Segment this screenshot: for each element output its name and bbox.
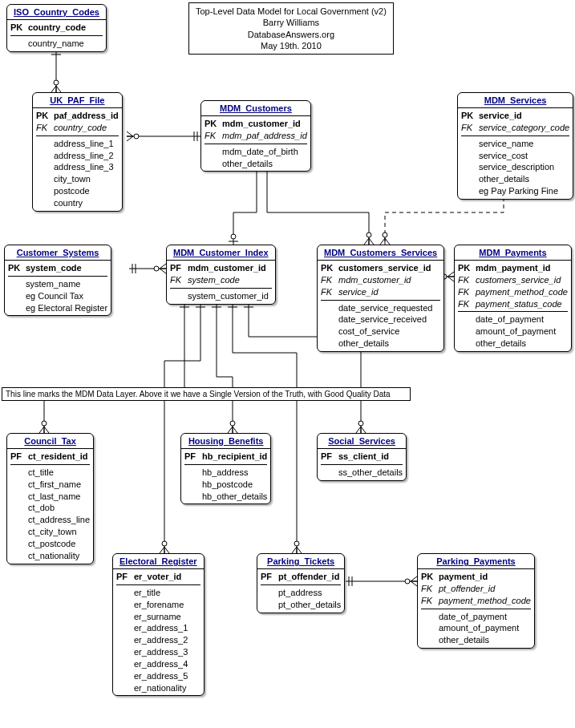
entity-title: ISO_Country_Codes — [7, 5, 106, 20]
entity-sys: Customer_SystemsPKsystem_codesystem_name… — [4, 245, 111, 316]
attribute: er_title — [116, 587, 200, 599]
attribute: other_details — [421, 634, 531, 646]
attribute: er_address_3 — [116, 646, 200, 658]
attribute: er_nationality — [116, 682, 200, 694]
attribute: PKpayment_id — [421, 571, 531, 583]
attribute: amount_of_payment — [421, 622, 531, 634]
attribute: other_details — [458, 338, 568, 350]
entity-title: MDM_Customer_Index — [167, 245, 275, 261]
attribute: country_name — [10, 38, 103, 50]
attribute: FKpayment_method_code — [458, 286, 568, 298]
attribute: eg Council Tax — [8, 290, 107, 302]
attribute: address_line_2 — [36, 150, 119, 162]
attribute: PFpt_offender_id — [261, 571, 341, 583]
attribute: ss_other_details — [321, 467, 403, 479]
attribute: postcode — [36, 185, 119, 197]
attribute: ct_last_name — [10, 491, 90, 503]
attribute: ct_postcode — [10, 538, 90, 550]
attribute: other_details — [204, 158, 307, 170]
attribute: ct_title — [10, 467, 90, 479]
attribute: FKcountry_code — [36, 122, 119, 134]
entity-title: MDM_Payments — [455, 245, 571, 261]
attribute: eg Pay Parking Fine — [461, 185, 569, 197]
attribute: system_name — [8, 278, 107, 290]
attribute: er_address_1 — [116, 622, 200, 634]
attribute: FKservice_category_code — [461, 122, 569, 134]
attribute: service_description — [461, 161, 569, 173]
entity-ss: Social_ServicesPFss_client_idss_other_de… — [317, 433, 407, 481]
attribute: hb_address — [184, 467, 267, 479]
attribute: pt_other_details — [261, 599, 341, 611]
attribute: PKpaf_address_id — [36, 110, 119, 122]
entity-title: Council_Tax — [7, 434, 93, 449]
entity-ct: Council_TaxPFct_resident_idct_titlect_fi… — [6, 433, 94, 564]
entity-title: Parking_Tickets — [257, 554, 344, 569]
mdm-layer-note: This line marks the MDM Data Layer. Abov… — [2, 387, 411, 401]
attribute: PFhb_recipient_id — [184, 451, 267, 463]
entity-paf: UK_PAF_FilePKpaf_address_idFKcountry_cod… — [32, 92, 123, 212]
attribute: PKcustomers_service_id — [321, 262, 440, 274]
attribute: er_surname — [116, 611, 200, 623]
attribute: service_cost — [461, 150, 569, 162]
attribute: FKmdm_customer_id — [321, 274, 440, 286]
attribute: address_line_1 — [36, 138, 119, 150]
entity-title: MDM_Services — [458, 93, 573, 108]
attribute: PKcountry_code — [10, 22, 103, 34]
attribute: country — [36, 197, 119, 209]
attribute: FKpt_offender_id — [421, 583, 531, 595]
attribute: PKmdm_customer_id — [204, 118, 307, 130]
attribute: er_address_2 — [116, 634, 200, 646]
entity-pay: MDM_PaymentsPKmdm_payment_idFKcustomers_… — [454, 245, 572, 352]
attribute: PKmdm_payment_id — [458, 262, 568, 274]
attribute: mdm_date_of_birth — [204, 146, 307, 158]
entity-idx: MDM_Customer_IndexPFmdm_customer_idFKsys… — [166, 245, 276, 305]
entity-title: MDM_Customers — [201, 101, 310, 116]
attribute: PFss_client_id — [321, 451, 403, 463]
attribute: pt_address — [261, 587, 341, 599]
attribute: ct_first_name — [10, 479, 90, 491]
entity-title: Electoral_Register — [113, 554, 204, 569]
attribute: city_town — [36, 173, 119, 185]
attribute: ct_address_line — [10, 514, 90, 526]
attribute: FKpayment_status_code — [458, 298, 568, 310]
attribute: other_details — [461, 173, 569, 185]
entity-title: Customer_Systems — [5, 245, 111, 261]
attribute: date_service_requested — [321, 302, 440, 314]
attribute: er_forename — [116, 599, 200, 611]
attribute: PFmdm_customer_id — [170, 262, 272, 274]
entity-cust: MDM_CustomersPKmdm_customer_idFKmdm_paf_… — [200, 100, 311, 172]
entity-title: Social_Services — [318, 434, 406, 449]
attribute: FKservice_id — [321, 286, 440, 298]
attribute: amount_of_payment — [458, 326, 568, 338]
attribute: hb_postcode — [184, 479, 267, 491]
entity-iso: ISO_Country_CodesPKcountry_codecountry_n… — [6, 4, 107, 52]
diagram-title: Top-Level Data Model for Local Governmen… — [188, 2, 394, 55]
attribute: system_customer_id — [170, 290, 272, 302]
attribute: date_of_payment — [458, 313, 568, 326]
attribute: other_details — [321, 338, 440, 350]
attribute: hb_other_details — [184, 491, 267, 503]
entity-hb: Housing_BenefitsPFhb_recipient_idhb_addr… — [180, 433, 271, 504]
entity-title: Parking_Payments — [418, 554, 534, 569]
attribute: ct_dob — [10, 502, 90, 514]
attribute: address_line_3 — [36, 161, 119, 173]
attribute: PKservice_id — [461, 110, 569, 122]
attribute: ct_nationality — [10, 550, 90, 562]
entity-cs: MDM_Customers_ServicesPKcustomers_servic… — [317, 245, 444, 352]
attribute: PFct_resident_id — [10, 451, 90, 463]
attribute: service_name — [461, 138, 569, 150]
attribute: ct_city_town — [10, 526, 90, 538]
attribute: FKcustomers_service_id — [458, 274, 568, 286]
attribute: cost_of_service — [321, 326, 440, 338]
entity-er: Electoral_RegisterPFer_voter_ider_titlee… — [112, 553, 204, 696]
entity-title: UK_PAF_File — [33, 93, 122, 108]
entity-pt: Parking_TicketsPFpt_offender_idpt_addres… — [257, 553, 345, 613]
attribute: PKsystem_code — [8, 262, 107, 274]
attribute: er_address_5 — [116, 670, 200, 682]
entity-title: MDM_Customers_Services — [318, 245, 443, 261]
attribute: FKmdm_paf_address_id — [204, 130, 307, 142]
attribute: date_service_received — [321, 313, 440, 326]
entity-svc: MDM_ServicesPKservice_idFKservice_catego… — [457, 92, 573, 200]
attribute: er_address_4 — [116, 658, 200, 670]
attribute: eg Electoral Register — [8, 302, 107, 314]
